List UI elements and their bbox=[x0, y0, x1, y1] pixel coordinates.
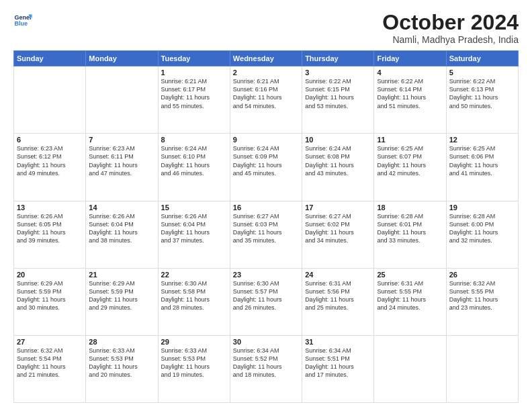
day-info: Sunrise: 6:27 AM Sunset: 6:02 PM Dayligh… bbox=[305, 212, 371, 245]
calendar-header-row: SundayMondayTuesdayWednesdayThursdayFrid… bbox=[14, 51, 519, 66]
calendar-cell: 21Sunrise: 6:29 AM Sunset: 5:59 PM Dayli… bbox=[86, 268, 158, 335]
calendar-cell: 15Sunrise: 6:26 AM Sunset: 6:04 PM Dayli… bbox=[158, 201, 230, 268]
calendar-cell bbox=[14, 66, 86, 134]
calendar-cell: 22Sunrise: 6:30 AM Sunset: 5:58 PM Dayli… bbox=[158, 268, 230, 335]
day-header-friday: Friday bbox=[374, 51, 446, 66]
day-info: Sunrise: 6:21 AM Sunset: 6:17 PM Dayligh… bbox=[161, 77, 227, 110]
day-number: 10 bbox=[305, 136, 371, 144]
day-info: Sunrise: 6:32 AM Sunset: 5:55 PM Dayligh… bbox=[449, 279, 515, 312]
calendar-cell: 11Sunrise: 6:25 AM Sunset: 6:07 PM Dayli… bbox=[374, 134, 446, 201]
day-info: Sunrise: 6:23 AM Sunset: 6:12 PM Dayligh… bbox=[17, 144, 83, 177]
day-info: Sunrise: 6:26 AM Sunset: 6:05 PM Dayligh… bbox=[17, 212, 83, 245]
day-header-wednesday: Wednesday bbox=[230, 51, 302, 66]
calendar-cell bbox=[446, 335, 518, 402]
day-number: 13 bbox=[17, 203, 83, 212]
calendar-cell: 13Sunrise: 6:26 AM Sunset: 6:05 PM Dayli… bbox=[14, 201, 86, 268]
day-info: Sunrise: 6:34 AM Sunset: 5:52 PM Dayligh… bbox=[233, 347, 299, 379]
day-number: 5 bbox=[449, 68, 515, 77]
day-number: 25 bbox=[377, 271, 443, 279]
day-number: 11 bbox=[377, 136, 443, 144]
day-info: Sunrise: 6:22 AM Sunset: 6:14 PM Dayligh… bbox=[377, 77, 443, 110]
calendar-cell bbox=[86, 66, 158, 134]
calendar-cell: 19Sunrise: 6:28 AM Sunset: 6:00 PM Dayli… bbox=[446, 201, 518, 268]
day-header-sunday: Sunday bbox=[14, 51, 86, 66]
calendar-cell: 31Sunrise: 6:34 AM Sunset: 5:51 PM Dayli… bbox=[302, 335, 374, 402]
day-header-saturday: Saturday bbox=[446, 51, 518, 66]
day-number: 9 bbox=[233, 136, 299, 144]
day-info: Sunrise: 6:24 AM Sunset: 6:10 PM Dayligh… bbox=[161, 144, 227, 177]
day-info: Sunrise: 6:24 AM Sunset: 6:08 PM Dayligh… bbox=[305, 144, 371, 177]
day-number: 27 bbox=[17, 338, 83, 346]
day-number: 28 bbox=[89, 338, 154, 346]
calendar-week-row: 20Sunrise: 6:29 AM Sunset: 5:59 PM Dayli… bbox=[14, 268, 519, 335]
calendar-cell: 4Sunrise: 6:22 AM Sunset: 6:14 PM Daylig… bbox=[374, 66, 446, 134]
calendar-cell: 10Sunrise: 6:24 AM Sunset: 6:08 PM Dayli… bbox=[302, 134, 374, 201]
calendar-cell: 16Sunrise: 6:27 AM Sunset: 6:03 PM Dayli… bbox=[230, 201, 302, 268]
calendar-cell: 12Sunrise: 6:25 AM Sunset: 6:06 PM Dayli… bbox=[446, 134, 518, 201]
calendar-cell: 7Sunrise: 6:23 AM Sunset: 6:11 PM Daylig… bbox=[86, 134, 158, 201]
day-info: Sunrise: 6:28 AM Sunset: 6:01 PM Dayligh… bbox=[377, 212, 443, 245]
day-info: Sunrise: 6:22 AM Sunset: 6:13 PM Dayligh… bbox=[449, 77, 515, 110]
day-header-tuesday: Tuesday bbox=[158, 51, 230, 66]
day-number: 26 bbox=[449, 271, 515, 279]
calendar-cell: 24Sunrise: 6:31 AM Sunset: 5:56 PM Dayli… bbox=[302, 268, 374, 335]
day-number: 29 bbox=[161, 338, 227, 346]
day-info: Sunrise: 6:26 AM Sunset: 6:04 PM Dayligh… bbox=[89, 212, 154, 245]
day-info: Sunrise: 6:33 AM Sunset: 5:53 PM Dayligh… bbox=[161, 347, 227, 379]
day-number: 20 bbox=[17, 271, 83, 279]
day-info: Sunrise: 6:22 AM Sunset: 6:15 PM Dayligh… bbox=[305, 77, 371, 110]
day-info: Sunrise: 6:29 AM Sunset: 5:59 PM Dayligh… bbox=[89, 279, 154, 312]
day-number: 22 bbox=[161, 271, 227, 279]
calendar-cell: 8Sunrise: 6:24 AM Sunset: 6:10 PM Daylig… bbox=[158, 134, 230, 201]
logo: General Blue bbox=[13, 11, 32, 30]
day-info: Sunrise: 6:21 AM Sunset: 6:16 PM Dayligh… bbox=[233, 77, 299, 110]
header: General Blue October 2024 Namli, Madhya … bbox=[13, 11, 519, 45]
day-info: Sunrise: 6:31 AM Sunset: 5:56 PM Dayligh… bbox=[305, 279, 371, 312]
day-number: 8 bbox=[161, 136, 227, 144]
calendar-cell: 1Sunrise: 6:21 AM Sunset: 6:17 PM Daylig… bbox=[158, 66, 230, 134]
day-number: 30 bbox=[233, 338, 299, 346]
day-info: Sunrise: 6:27 AM Sunset: 6:03 PM Dayligh… bbox=[233, 212, 299, 245]
page: General Blue October 2024 Namli, Madhya … bbox=[0, 0, 532, 411]
day-number: 14 bbox=[89, 203, 154, 212]
day-number: 23 bbox=[233, 271, 299, 279]
day-number: 16 bbox=[233, 203, 299, 212]
day-number: 7 bbox=[89, 136, 154, 144]
calendar-cell: 23Sunrise: 6:30 AM Sunset: 5:57 PM Dayli… bbox=[230, 268, 302, 335]
svg-text:Blue: Blue bbox=[14, 20, 28, 27]
calendar-cell: 29Sunrise: 6:33 AM Sunset: 5:53 PM Dayli… bbox=[158, 335, 230, 402]
calendar-cell: 5Sunrise: 6:22 AM Sunset: 6:13 PM Daylig… bbox=[446, 66, 518, 134]
day-number: 24 bbox=[305, 271, 371, 279]
calendar-week-row: 27Sunrise: 6:32 AM Sunset: 5:54 PM Dayli… bbox=[14, 335, 519, 402]
day-number: 21 bbox=[89, 271, 154, 279]
calendar-cell: 30Sunrise: 6:34 AM Sunset: 5:52 PM Dayli… bbox=[230, 335, 302, 402]
title-block: October 2024 Namli, Madhya Pradesh, Indi… bbox=[382, 11, 519, 45]
day-number: 2 bbox=[233, 68, 299, 77]
day-number: 12 bbox=[449, 136, 515, 144]
calendar-cell: 27Sunrise: 6:32 AM Sunset: 5:54 PM Dayli… bbox=[14, 335, 86, 402]
calendar-cell: 18Sunrise: 6:28 AM Sunset: 6:01 PM Dayli… bbox=[374, 201, 446, 268]
calendar-cell: 17Sunrise: 6:27 AM Sunset: 6:02 PM Dayli… bbox=[302, 201, 374, 268]
day-info: Sunrise: 6:31 AM Sunset: 5:55 PM Dayligh… bbox=[377, 279, 443, 312]
calendar-cell: 2Sunrise: 6:21 AM Sunset: 6:16 PM Daylig… bbox=[230, 66, 302, 134]
day-info: Sunrise: 6:32 AM Sunset: 5:54 PM Dayligh… bbox=[17, 347, 83, 379]
calendar-cell: 9Sunrise: 6:24 AM Sunset: 6:09 PM Daylig… bbox=[230, 134, 302, 201]
day-info: Sunrise: 6:34 AM Sunset: 5:51 PM Dayligh… bbox=[305, 347, 371, 379]
day-info: Sunrise: 6:30 AM Sunset: 5:57 PM Dayligh… bbox=[233, 279, 299, 312]
calendar-cell: 26Sunrise: 6:32 AM Sunset: 5:55 PM Dayli… bbox=[446, 268, 518, 335]
day-info: Sunrise: 6:25 AM Sunset: 6:07 PM Dayligh… bbox=[377, 144, 443, 177]
day-info: Sunrise: 6:26 AM Sunset: 6:04 PM Dayligh… bbox=[161, 212, 227, 245]
day-header-thursday: Thursday bbox=[302, 51, 374, 66]
logo-icon: General Blue bbox=[13, 11, 32, 30]
day-info: Sunrise: 6:28 AM Sunset: 6:00 PM Dayligh… bbox=[449, 212, 515, 245]
day-info: Sunrise: 6:23 AM Sunset: 6:11 PM Dayligh… bbox=[89, 144, 154, 177]
day-info: Sunrise: 6:33 AM Sunset: 5:53 PM Dayligh… bbox=[89, 347, 154, 379]
day-info: Sunrise: 6:24 AM Sunset: 6:09 PM Dayligh… bbox=[233, 144, 299, 177]
day-number: 19 bbox=[449, 203, 515, 212]
day-info: Sunrise: 6:29 AM Sunset: 5:59 PM Dayligh… bbox=[17, 279, 83, 312]
day-number: 31 bbox=[305, 338, 371, 346]
calendar-cell: 6Sunrise: 6:23 AM Sunset: 6:12 PM Daylig… bbox=[14, 134, 86, 201]
day-number: 18 bbox=[377, 203, 443, 212]
calendar-table: SundayMondayTuesdayWednesdayThursdayFrid… bbox=[13, 50, 519, 403]
day-header-monday: Monday bbox=[86, 51, 158, 66]
